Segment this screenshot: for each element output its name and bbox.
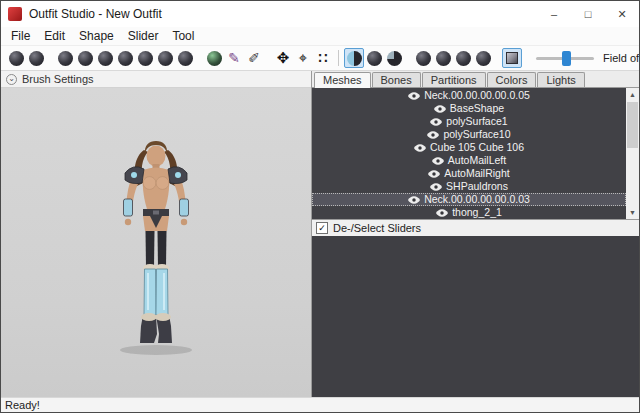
collapse-chevron-icon[interactable]: ⌄ xyxy=(6,74,17,85)
tab-lights[interactable]: Lights xyxy=(537,72,584,87)
perspective-toggle-glyph xyxy=(506,52,518,64)
select-tool-glyph xyxy=(9,51,24,66)
visibility-eye-icon[interactable] xyxy=(428,170,440,178)
mesh-list-scrollbar[interactable]: ▲ ▼ xyxy=(626,88,639,219)
main-area: ⌄ Brush Settings xyxy=(1,71,639,397)
mesh-name: thong_2_1 xyxy=(452,207,502,218)
move-brush-icon[interactable] xyxy=(95,48,115,68)
light-frontal-toggle-icon[interactable] xyxy=(413,48,433,68)
menu-bar: FileEditShapeSliderTool xyxy=(1,27,639,46)
menu-slider[interactable]: Slider xyxy=(121,27,166,45)
mesh-name: AutoMailRight xyxy=(444,168,509,179)
visibility-eye-icon[interactable] xyxy=(434,105,446,113)
mesh-item[interactable]: Neck.00.00.00.00.0.03 xyxy=(312,193,626,206)
mesh-item[interactable]: Neck.00.00.00.00.0.05 xyxy=(312,89,626,102)
maximize-button[interactable]: □ xyxy=(571,1,605,27)
color-brush-glyph xyxy=(178,51,193,66)
mesh-name: Neck.00.00.00.00.0.05 xyxy=(424,90,530,101)
scrollbar-track[interactable] xyxy=(626,101,639,206)
menu-file[interactable]: File xyxy=(4,27,37,45)
tab-meshes[interactable]: Meshes xyxy=(314,72,371,88)
visibility-eye-icon[interactable] xyxy=(430,118,442,126)
scrollbar-thumb[interactable] xyxy=(627,102,638,148)
toolbar-separator xyxy=(338,50,339,66)
select-tool-icon[interactable] xyxy=(6,48,26,68)
brush-collision-toggle-icon[interactable] xyxy=(384,48,404,68)
menu-edit[interactable]: Edit xyxy=(37,27,72,45)
app-icon xyxy=(8,7,22,21)
mesh-item[interactable]: polySurface1 xyxy=(312,115,626,128)
scroll-up-icon[interactable]: ▲ xyxy=(626,88,639,101)
mesh-item[interactable]: thong_2_1 xyxy=(312,206,626,219)
deflate-brush-icon[interactable] xyxy=(75,48,95,68)
move-brush-glyph xyxy=(98,51,113,66)
deselect-sliders-checkbox[interactable] xyxy=(316,222,328,234)
scroll-down-icon[interactable]: ▼ xyxy=(626,206,639,219)
visibility-eye-icon[interactable] xyxy=(427,131,439,139)
undiff-brush-icon[interactable] xyxy=(135,48,155,68)
xmirror-toggle-icon[interactable] xyxy=(344,48,364,68)
minimize-button[interactable]: – xyxy=(537,1,571,27)
visibility-eye-icon[interactable] xyxy=(414,144,426,152)
vertex-edit-icon[interactable] xyxy=(313,48,333,68)
connected-only-toggle-icon[interactable] xyxy=(364,48,384,68)
pencil-brush-icon[interactable] xyxy=(224,48,244,68)
mesh-name: BaseShape xyxy=(450,103,504,114)
mesh-name: AutoMailLeft xyxy=(448,155,506,166)
right-panel: MeshesBonesPartitionsColorsLights Neck.0… xyxy=(312,71,639,397)
panel-tabs: MeshesBonesPartitionsColorsLights xyxy=(312,71,639,88)
close-button[interactable]: ✕ xyxy=(605,1,639,27)
light-directional1-toggle-icon[interactable] xyxy=(453,48,473,68)
tab-colors[interactable]: Colors xyxy=(487,72,537,87)
weight-brush-icon[interactable] xyxy=(155,48,175,68)
alpha-brush-icon[interactable] xyxy=(204,48,224,68)
outfit-studio-window: Outfit Studio - New Outfit –□✕ FileEditS… xyxy=(0,0,640,413)
mask-brush-icon[interactable] xyxy=(26,48,46,68)
mesh-item[interactable]: AutoMailRight xyxy=(312,167,626,180)
color-brush-icon[interactable] xyxy=(175,48,195,68)
paint-brush-icon[interactable] xyxy=(244,48,264,68)
sliders-header: De-/Select Sliders xyxy=(312,219,639,236)
mesh-item[interactable]: AutoMailLeft xyxy=(312,154,626,167)
mesh-item[interactable]: polySurface10 xyxy=(312,128,626,141)
mesh-item[interactable]: SHPauldrons xyxy=(312,180,626,193)
menu-tool[interactable]: Tool xyxy=(165,27,201,45)
transform-tool-icon[interactable] xyxy=(273,48,293,68)
light-directional0-toggle-icon[interactable] xyxy=(433,48,453,68)
window-controls: –□✕ xyxy=(537,1,639,27)
mesh-item[interactable]: Cube 105 Cube 106 xyxy=(312,141,626,154)
light-directional1-toggle-glyph xyxy=(456,51,471,66)
visibility-eye-icon[interactable] xyxy=(430,183,442,191)
tab-partitions[interactable]: Partitions xyxy=(422,72,486,87)
pivot-tool-icon[interactable] xyxy=(293,48,313,68)
mesh-item[interactable]: BaseShape xyxy=(312,102,626,115)
brush-settings-label: Brush Settings xyxy=(22,73,94,85)
visibility-eye-icon[interactable] xyxy=(408,92,420,100)
perspective-toggle-icon[interactable] xyxy=(502,48,522,68)
visibility-eye-icon[interactable] xyxy=(408,196,420,204)
mesh-name: SHPauldrons xyxy=(446,181,508,192)
menu-shape[interactable]: Shape xyxy=(72,27,121,45)
mesh-name: Neck.00.00.00.00.0.03 xyxy=(424,194,530,205)
field-of-view-slider[interactable] xyxy=(536,49,594,67)
mesh-list: Neck.00.00.00.00.0.05BaseShapepolySurfac… xyxy=(312,88,626,219)
visibility-eye-icon[interactable] xyxy=(436,209,448,217)
paint-brush-glyph xyxy=(248,50,260,66)
brush-settings-header[interactable]: ⌄ Brush Settings xyxy=(1,71,311,88)
brush-collision-toggle-glyph xyxy=(387,51,402,66)
inflate-brush-icon[interactable] xyxy=(55,48,75,68)
tab-bones[interactable]: Bones xyxy=(372,72,421,87)
left-panel: ⌄ Brush Settings xyxy=(1,71,312,397)
status-text: Ready! xyxy=(5,399,40,411)
slider-thumb[interactable] xyxy=(562,51,571,66)
visibility-eye-icon[interactable] xyxy=(432,157,444,165)
toolbar-icons xyxy=(6,48,522,68)
toolbar: Field of View: 65 xyxy=(1,46,639,71)
sliders-panel[interactable] xyxy=(312,236,639,397)
character-model xyxy=(96,138,216,358)
inflate-brush-glyph xyxy=(58,51,73,66)
light-directional2-toggle-icon[interactable] xyxy=(473,48,493,68)
smooth-brush-icon[interactable] xyxy=(115,48,135,68)
light-directional2-toggle-glyph xyxy=(476,51,491,66)
viewport-3d[interactable] xyxy=(1,88,311,397)
